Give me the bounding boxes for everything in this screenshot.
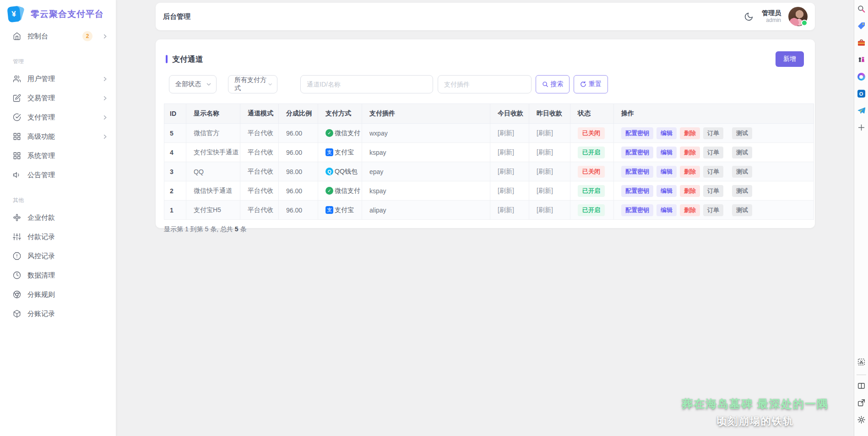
refresh-icon: [580, 81, 586, 87]
status-select[interactable]: 全部状态: [169, 75, 217, 93]
test-button[interactable]: 测试: [732, 185, 752, 197]
sidebar-item-announcement-management[interactable]: 公告管理: [0, 165, 116, 185]
cell-mode: 平台代收: [240, 162, 279, 181]
sidebar-section-manage: 管理: [0, 46, 116, 69]
home-icon: [13, 32, 21, 40]
search-button[interactable]: 搜索: [536, 75, 570, 93]
payment-method: 微信支付: [326, 129, 362, 137]
edit-button[interactable]: 编辑: [656, 204, 677, 216]
column-header-mode: 通道模式: [240, 104, 279, 124]
chevron-right-icon: [103, 76, 108, 82]
cell-plugin: epay: [362, 162, 490, 181]
search-icon[interactable]: [857, 5, 866, 13]
refresh-today-link[interactable]: [刷新]: [498, 206, 514, 213]
refresh-yesterday-link[interactable]: [刷新]: [537, 168, 553, 175]
sidebar-item-advanced-features[interactable]: 高级功能: [0, 127, 116, 146]
sidebar: ¥ 零云聚合支付平台 控制台 2 管理 用户管理 交易管理 支付管理 高级功能 …: [0, 0, 116, 436]
sidebar-item-system-management[interactable]: 系统管理: [0, 146, 116, 165]
plugin-search-input[interactable]: [438, 75, 532, 93]
reset-button[interactable]: 重置: [574, 75, 608, 93]
sidebar-item-payout-records[interactable]: 付款记录: [0, 227, 116, 246]
asterisk-icon: [13, 213, 21, 222]
orders-button[interactable]: 订单: [703, 166, 723, 178]
sidebar-item-risk-records[interactable]: 风控记录: [0, 246, 116, 266]
chess-icon[interactable]: [857, 55, 866, 64]
sidebar-item-split-records[interactable]: 分账记录: [0, 304, 116, 323]
status-badge: 已开启: [578, 147, 605, 158]
test-button[interactable]: 测试: [732, 127, 752, 139]
lyrics-line-2: 顷刻崩塌的铁轨: [682, 414, 829, 428]
sidebar-item-user-management[interactable]: 用户管理: [0, 69, 116, 88]
screenshot-icon[interactable]: [857, 358, 866, 366]
test-button[interactable]: 测试: [732, 166, 752, 178]
loop-icon[interactable]: [857, 72, 866, 81]
channel-search-input[interactable]: [300, 75, 433, 93]
toolbox-icon[interactable]: [857, 38, 866, 47]
chevron-down-icon: [268, 82, 272, 87]
telegram-icon[interactable]: [857, 106, 866, 115]
open-external-icon[interactable]: [857, 398, 866, 407]
refresh-today-link[interactable]: [刷新]: [498, 129, 514, 136]
refresh-today-link[interactable]: [刷新]: [498, 148, 514, 156]
delete-button[interactable]: 删除: [680, 166, 700, 178]
configure-key-button[interactable]: 配置密钥: [621, 185, 653, 197]
configure-key-button[interactable]: 配置密钥: [621, 147, 653, 158]
dark-mode-toggle[interactable]: [743, 11, 754, 22]
outlook-icon[interactable]: O: [857, 89, 866, 98]
chevron-right-icon: [103, 134, 108, 139]
sidebar-item-transaction-management[interactable]: 交易管理: [0, 88, 116, 108]
sidebar-item-label: 数据清理: [27, 271, 55, 280]
configure-key-button[interactable]: 配置密钥: [621, 166, 653, 178]
orders-button[interactable]: 订单: [703, 147, 723, 158]
table-header-row: ID 显示名称 通道模式 分成比例 支付方式 支付插件 今日收款 昨日收款 状态…: [164, 104, 814, 124]
edit-button[interactable]: 编辑: [656, 185, 677, 197]
edit-button[interactable]: 编辑: [656, 147, 677, 158]
cell-ratio: 96.00: [279, 124, 318, 143]
user-username: admin: [762, 17, 781, 24]
column-header-actions: 操作: [614, 104, 814, 124]
payment-method: QQ钱包: [326, 168, 362, 176]
delete-button[interactable]: 删除: [680, 204, 700, 216]
configure-key-button[interactable]: 配置密钥: [621, 127, 653, 139]
refresh-yesterday-link[interactable]: [刷新]: [537, 148, 553, 156]
title-accent-bar: [166, 55, 168, 63]
reset-button-label: 重置: [589, 80, 602, 88]
delete-button[interactable]: 删除: [680, 147, 700, 158]
refresh-yesterday-link[interactable]: [刷新]: [537, 206, 553, 213]
avatar[interactable]: [788, 7, 808, 26]
test-button[interactable]: 测试: [732, 147, 752, 158]
test-button[interactable]: 测试: [732, 204, 752, 216]
method-select[interactable]: 所有支付方式: [228, 75, 277, 93]
status-select-value: 全部状态: [175, 80, 201, 88]
refresh-yesterday-link[interactable]: [刷新]: [537, 187, 553, 194]
search-icon: [542, 81, 548, 87]
clock-icon: [13, 271, 21, 279]
row-actions: 配置密钥 编辑 删除 订单 测试: [621, 127, 814, 139]
refresh-today-link[interactable]: [刷新]: [498, 168, 514, 175]
orders-button[interactable]: 订单: [703, 185, 723, 197]
tag-icon[interactable]: [857, 22, 866, 30]
configure-key-button[interactable]: 配置密钥: [621, 204, 653, 216]
sidebar-item-enterprise-payout[interactable]: 企业付款: [0, 208, 116, 227]
refresh-yesterday-link[interactable]: [刷新]: [537, 129, 553, 136]
orders-button[interactable]: 订单: [703, 204, 723, 216]
delete-button[interactable]: 删除: [680, 185, 700, 197]
cell-id: 2: [164, 181, 186, 201]
orders-button[interactable]: 订单: [703, 127, 723, 139]
sidebar-item-data-cleanup[interactable]: 数据清理: [0, 266, 116, 285]
browser-sidebar: O: [854, 0, 868, 436]
grid-icon: [13, 152, 21, 160]
delete-button[interactable]: 删除: [680, 127, 700, 139]
add-icon[interactable]: [857, 123, 866, 132]
sidebar-item-payment-management[interactable]: 支付管理: [0, 108, 116, 127]
edit-button[interactable]: 编辑: [656, 166, 677, 178]
edit-button[interactable]: 编辑: [656, 127, 677, 139]
refresh-today-link[interactable]: [刷新]: [498, 187, 514, 194]
add-button[interactable]: 新增: [776, 51, 804, 67]
sidebar-item-split-rules[interactable]: 分账规则: [0, 285, 116, 304]
split-view-icon[interactable]: [857, 382, 866, 390]
payment-method-label: 微信支付: [335, 129, 360, 137]
sidebar-item-console[interactable]: 控制台 2: [0, 27, 116, 46]
column-header-status: 状态: [570, 104, 614, 124]
settings-gear-icon[interactable]: [857, 415, 866, 424]
